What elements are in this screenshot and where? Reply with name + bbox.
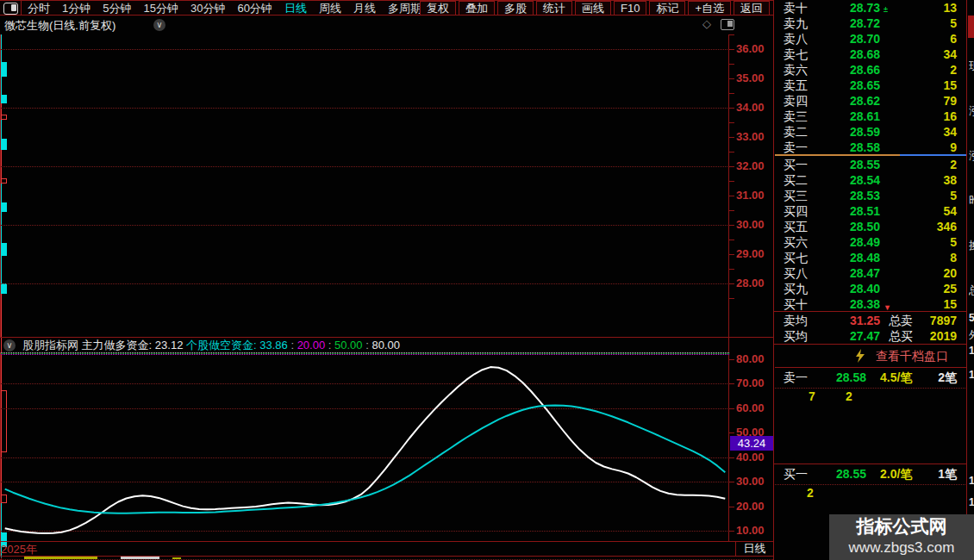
price-axis-label: 31.00 — [736, 189, 772, 202]
order-level-label: 卖二 — [784, 124, 808, 140]
period-tab-60分钟[interactable]: 60分钟 — [237, 1, 272, 16]
qiandang-link[interactable]: 查看千档盘口 — [876, 349, 948, 364]
candle-wick — [1, 150, 2, 177]
indicator-header-segment: 50.00 — [334, 339, 363, 352]
dotted-divider — [775, 388, 967, 389]
order-price: 28.48 — [827, 250, 880, 265]
order-level-label: 买二 — [784, 172, 808, 188]
order-book-row[interactable]: 买六28.495 — [775, 234, 967, 250]
clipped-label-fragment: 昨 — [969, 193, 974, 208]
chevron-down-icon[interactable]: ∨ — [153, 19, 165, 31]
clipped-label-fragment: 换 — [969, 238, 974, 253]
action-button-返回[interactable]: 返回 — [734, 1, 770, 16]
period-tab-月线[interactable]: 月线 — [353, 1, 376, 16]
order-book-row[interactable]: 买四28.5154 — [775, 203, 967, 219]
order-price: 28.73 — [827, 0, 880, 16]
order-book-row[interactable]: 卖三28.6116 — [775, 109, 967, 124]
ladder-row[interactable]: 卖一28.584.5/笔2笔 — [775, 369, 967, 386]
order-book-row[interactable]: 卖六28.662 — [775, 62, 967, 78]
order-book-row[interactable]: 卖四28.6279 — [775, 93, 967, 109]
price-axis-label: 28.00 — [736, 277, 772, 289]
order-level-label: 卖八 — [784, 31, 808, 47]
panel-toggle-icon[interactable] — [3, 3, 18, 15]
price-gridline — [1, 283, 729, 284]
axis-tick — [729, 108, 734, 109]
period-tab-5分钟[interactable]: 5分钟 — [103, 1, 131, 16]
watermark-title: 指标公式网 — [829, 514, 974, 538]
order-book-row[interactable]: 卖十28.73±13 — [775, 0, 967, 16]
clipped-label-fragment: 外 — [969, 327, 974, 343]
order-book-row[interactable]: 卖五28.6515 — [775, 78, 967, 93]
axis-tick — [729, 34, 734, 35]
order-level-label: 买九 — [784, 281, 808, 296]
period-tab-分时[interactable]: 分时 — [28, 1, 50, 16]
clipped-digit: 1 — [969, 475, 974, 487]
candlestick-chart[interactable]: 36.0035.0034.0033.0032.0031.0030.0029.00… — [0, 34, 773, 337]
order-book-row[interactable]: 卖一28.589 — [775, 140, 967, 155]
indicator-header-segment: 主力做多资金: — [78, 339, 155, 352]
order-volume: 16 — [943, 109, 957, 124]
action-button-多股[interactable]: 多股 — [497, 1, 534, 16]
order-book-row[interactable]: 买九28.4025 — [775, 281, 967, 296]
order-book-row[interactable]: 买十28.38▼15 — [775, 296, 967, 312]
order-level-label: 买四 — [784, 203, 808, 219]
diamond-icon[interactable]: ◇ — [702, 17, 711, 30]
period-tab-周线[interactable]: 周线 — [319, 1, 341, 16]
order-book-row[interactable]: 买八28.4720 — [775, 265, 967, 281]
axis-tick — [729, 269, 734, 270]
axis-tick — [729, 49, 734, 50]
action-button-+自选[interactable]: +自选 — [688, 1, 731, 16]
ladder-level-label: 卖一 — [784, 369, 808, 386]
ladder-count: 1笔 — [938, 465, 957, 482]
period-tab-15分钟[interactable]: 15分钟 — [143, 1, 178, 16]
order-book-row[interactable]: 卖九28.725 — [775, 16, 967, 31]
axis-tick — [729, 254, 734, 255]
order-price: 28.40 — [827, 281, 880, 296]
action-button-复权[interactable]: 复权 — [420, 1, 456, 16]
order-volume: 13 — [943, 0, 957, 16]
order-volume: 38 — [943, 172, 957, 188]
price-axis-label: 34.00 — [736, 101, 772, 114]
order-book-row[interactable]: 买二28.5438 — [775, 172, 967, 188]
clipped-digit: 1 — [969, 496, 974, 508]
qiandang-header[interactable]: 查看千档盘口 — [775, 345, 966, 368]
indicator-header-segment: : — [288, 339, 297, 352]
period-tab-30分钟[interactable]: 30分钟 — [190, 1, 225, 16]
chevron-down-icon[interactable]: ∨ — [3, 339, 16, 352]
order-price: 28.59 — [827, 124, 880, 140]
ladder-row[interactable]: 买一28.552.0/笔1笔 — [775, 465, 967, 482]
total-label: 总卖 — [889, 313, 913, 328]
split-window-icon[interactable] — [721, 19, 734, 30]
indicator-panel[interactable]: 80.0070.0060.0050.0040.0030.0020.0010.00 — [0, 352, 773, 541]
order-book-row[interactable]: 买三28.535 — [775, 188, 967, 203]
order-book-row[interactable]: 买七28.488 — [775, 250, 967, 265]
order-price: 28.51 — [827, 203, 880, 219]
avg-label: 卖均 — [784, 313, 808, 328]
action-button-统计[interactable]: 统计 — [536, 1, 572, 16]
order-book-row[interactable]: 卖二28.5934 — [775, 124, 967, 140]
action-button-标记[interactable]: 标记 — [649, 1, 685, 16]
order-volume: 15 — [943, 296, 957, 312]
order-book-row[interactable]: 买五28.50346 — [775, 219, 967, 234]
order-book-row[interactable]: 卖八28.706 — [775, 31, 967, 47]
average-row: 卖均31.25总卖7897 — [775, 313, 967, 328]
app-window: 分时1分钟5分钟15分钟30分钟60分钟日线周线月线多周期更多> 复权叠加多股统… — [0, 0, 974, 560]
order-level-label: 买十 — [784, 296, 808, 312]
period-tab-日线[interactable]: 日线 — [284, 1, 307, 16]
order-book-row[interactable]: 买一28.552 — [775, 157, 967, 172]
action-button-F10[interactable]: F10 — [614, 1, 646, 16]
period-tab-1分钟[interactable]: 1分钟 — [62, 1, 91, 16]
action-button-叠加[interactable]: 叠加 — [459, 1, 495, 16]
indicator-header-segment: 个股做空资金: — [183, 339, 259, 352]
axis-tick — [729, 210, 734, 211]
order-book-row[interactable]: 卖七28.6834 — [775, 47, 967, 62]
order-volume: 25 — [943, 281, 957, 296]
ladder-price: 28.55 — [827, 465, 866, 482]
order-level-label: 买八 — [784, 265, 808, 281]
order-level-label: 卖十 — [784, 0, 808, 16]
order-volume: 346 — [937, 219, 957, 234]
candle-body-down — [1, 243, 7, 256]
order-price: 28.65 — [827, 78, 880, 93]
order-price: 28.62 — [827, 93, 880, 109]
action-button-画线[interactable]: 画线 — [575, 1, 611, 16]
